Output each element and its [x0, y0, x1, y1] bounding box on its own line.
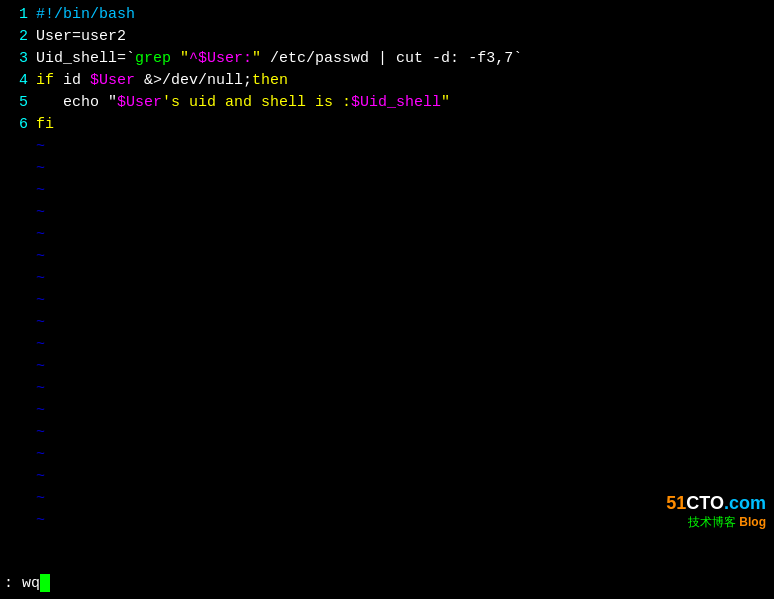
tilde-line: ~	[4, 312, 770, 334]
code-line-2: 2 User=user2	[0, 26, 774, 48]
tilde-line: ~	[4, 378, 770, 400]
watermark-cto: CTO	[686, 493, 724, 513]
tilde-line: ~	[4, 224, 770, 246]
tilde-line: ~	[4, 180, 770, 202]
tilde-line: ~	[4, 488, 770, 510]
tilde-line: ~	[4, 246, 770, 268]
tilde-line: ~	[4, 400, 770, 422]
code-line-5: 5 echo "$User's uid and shell is :$Uid_s…	[0, 92, 774, 114]
tilde-line: ~	[4, 158, 770, 180]
status-bar: : wq	[0, 567, 774, 599]
tilde-line: ~	[4, 136, 770, 158]
line-number-1: 1	[4, 4, 28, 26]
line-number-5: 5	[4, 92, 28, 114]
tilde-line: ~	[4, 356, 770, 378]
tilde-line: ~	[4, 334, 770, 356]
line-content-4: if id $User &>/dev/null;then	[36, 70, 288, 92]
tilde-line: ~	[4, 422, 770, 444]
watermark-subtitle: 技术博客 Blog	[666, 514, 766, 531]
code-line-3: 3 Uid_shell=`grep "^$User:" /etc/passwd …	[0, 48, 774, 70]
status-command: : wq	[4, 575, 40, 592]
watermark-tech: 技术博客	[688, 515, 736, 529]
code-line-4: 4 if id $User &>/dev/null;then	[0, 70, 774, 92]
tilde-line: ~	[4, 444, 770, 466]
line-number-6: 6	[4, 114, 28, 136]
line-content-2: User=user2	[36, 26, 126, 48]
tilde-line: ~	[4, 510, 770, 532]
watermark-51: 51	[666, 493, 686, 513]
cursor	[40, 574, 50, 592]
line-number-2: 2	[4, 26, 28, 48]
watermark: 51CTO.com 技术博客 Blog	[666, 493, 766, 531]
code-line-1: 1 #!/bin/bash	[0, 4, 774, 26]
line-content-5: echo "$User's uid and shell is :$Uid_she…	[36, 92, 450, 114]
line-content-3: Uid_shell=`grep "^$User:" /etc/passwd | …	[36, 48, 522, 70]
line-content-1: #!/bin/bash	[36, 4, 135, 26]
editor-area: 1 #!/bin/bash 2 User=user2 3 Uid_shell=`…	[0, 0, 774, 567]
tilde-line: ~	[4, 290, 770, 312]
line-content-6: fi	[36, 114, 54, 136]
tilde-lines: ~ ~ ~ ~ ~ ~ ~ ~ ~ ~ ~ ~ ~ ~ ~ ~ ~ ~	[0, 136, 774, 532]
watermark-blog: Blog	[739, 515, 766, 529]
watermark-dotcom: .com	[724, 493, 766, 513]
code-line-6: 6 fi	[0, 114, 774, 136]
tilde-line: ~	[4, 202, 770, 224]
line-number-4: 4	[4, 70, 28, 92]
tilde-line: ~	[4, 466, 770, 488]
watermark-logo: 51CTO.com	[666, 493, 766, 514]
line-number-3: 3	[4, 48, 28, 70]
tilde-line: ~	[4, 268, 770, 290]
